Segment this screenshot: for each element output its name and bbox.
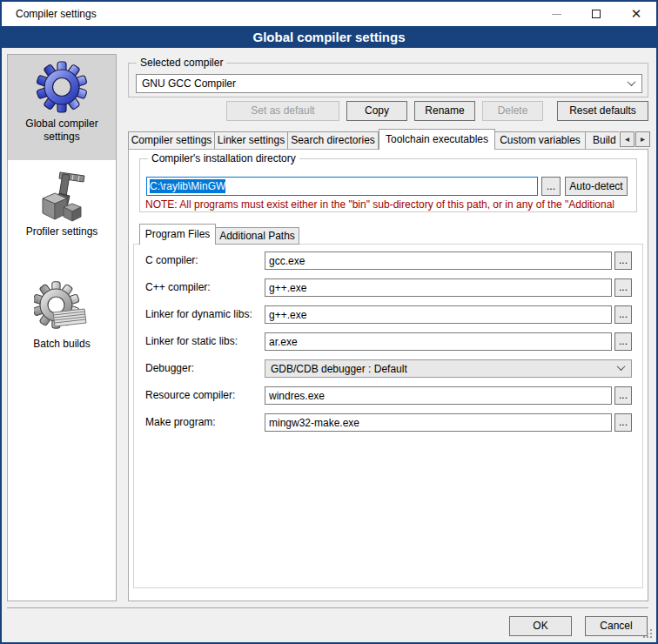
delete-button[interactable]: Delete bbox=[482, 101, 543, 121]
set-as-default-button[interactable]: Set as default bbox=[226, 101, 339, 121]
installation-directory-input[interactable]: C:\raylib\MinGW bbox=[146, 177, 538, 196]
main-tabs: Compiler settings Linker settings Search… bbox=[128, 129, 619, 150]
copy-button[interactable]: Copy bbox=[346, 101, 407, 121]
chevron-down-icon bbox=[617, 362, 626, 371]
resize-grip-icon[interactable] bbox=[643, 629, 645, 631]
program-files-subtabs: Program Files Additional Paths bbox=[139, 224, 299, 245]
tab-scroll-right-button[interactable]: ▸ bbox=[635, 131, 650, 147]
compiler-select-value: GNU GCC Compiler bbox=[142, 75, 236, 92]
installation-directory-label: Compiler's installation directory bbox=[148, 152, 299, 165]
debugger-select-value: GDB/CDB debugger : Default bbox=[271, 360, 407, 378]
cancel-button[interactable]: Cancel bbox=[585, 616, 648, 636]
sidebar-item-batch-builds[interactable]: Batch builds bbox=[8, 276, 116, 408]
rename-button[interactable]: Rename bbox=[414, 101, 475, 121]
sidebar: Global compilersettings Profiler setting… bbox=[7, 54, 117, 601]
tab-linker-settings[interactable]: Linker settings bbox=[215, 131, 288, 150]
blue-gear-icon bbox=[34, 59, 90, 115]
make-program-browse-button[interactable]: ... bbox=[614, 413, 632, 432]
page-title: Global compiler settings bbox=[2, 26, 656, 48]
compiler-select[interactable]: GNU GCC Compiler bbox=[136, 74, 642, 93]
make-program-input[interactable] bbox=[265, 413, 612, 432]
tab-scroll-left-icon: ◂ bbox=[625, 134, 629, 144]
close-button[interactable]: ✕ bbox=[616, 2, 656, 26]
footer-divider bbox=[7, 607, 648, 608]
tab-custom-variables[interactable]: Custom variables bbox=[495, 131, 586, 150]
ok-button[interactable]: OK bbox=[509, 616, 572, 636]
maximize-button[interactable] bbox=[576, 2, 616, 26]
sidebar-item-global-compiler-settings[interactable]: Global compilersettings bbox=[8, 55, 116, 160]
subtab-program-files[interactable]: Program Files bbox=[139, 224, 216, 245]
tab-scroll-left-button[interactable]: ◂ bbox=[620, 131, 634, 147]
selected-compiler-groupbox: Selected compiler GNU GCC Compiler bbox=[128, 63, 648, 97]
reset-defaults-button[interactable]: Reset defaults bbox=[557, 101, 648, 121]
c-compiler-input[interactable] bbox=[265, 252, 612, 270]
tab-scroll-right-icon: ▸ bbox=[641, 134, 645, 144]
make-program-label: Make program: bbox=[145, 416, 216, 429]
linker-dynamic-browse-button[interactable]: ... bbox=[614, 305, 632, 324]
compiler-settings-window: Compiler settings ✕ Global compiler sett… bbox=[0, 0, 658, 644]
tab-build-options[interactable]: Build options bbox=[586, 131, 619, 150]
chevron-down-icon bbox=[628, 77, 636, 86]
cpp-compiler-browse-button[interactable]: ... bbox=[614, 278, 632, 297]
debugger-label: Debugger: bbox=[145, 362, 194, 375]
installation-note: NOTE: All programs must exist either in … bbox=[145, 198, 629, 211]
resource-compiler-label: Resource compiler: bbox=[145, 389, 235, 402]
tab-toolchain-executables[interactable]: Toolchain executables bbox=[379, 129, 495, 150]
auto-detect-button[interactable]: Auto-detect bbox=[565, 177, 628, 196]
linker-static-browse-button[interactable]: ... bbox=[614, 332, 632, 351]
minimize-button[interactable] bbox=[536, 2, 576, 26]
maximize-icon bbox=[592, 10, 601, 18]
sidebar-item-label: Profiler settings bbox=[8, 225, 116, 238]
sidebar-item-label: Global compilersettings bbox=[8, 117, 116, 144]
selected-compiler-group-label: Selected compiler bbox=[137, 57, 226, 70]
cpp-compiler-label: C++ compiler: bbox=[145, 281, 211, 294]
caption-buttons: ✕ bbox=[536, 2, 656, 26]
toolchain-executables-page: Compiler's installation directory C:\ray… bbox=[128, 149, 648, 601]
resource-compiler-browse-button[interactable]: ... bbox=[614, 386, 632, 405]
installation-directory-browse-button[interactable]: ... bbox=[541, 177, 561, 196]
tab-compiler-settings[interactable]: Compiler settings bbox=[128, 131, 215, 150]
window-title: Compiler settings bbox=[16, 2, 97, 26]
c-compiler-browse-button[interactable]: ... bbox=[614, 252, 632, 270]
titlebar: Compiler settings ✕ bbox=[2, 2, 656, 26]
debugger-select[interactable]: GDB/CDB debugger : Default bbox=[265, 359, 632, 378]
linker-static-input[interactable] bbox=[265, 332, 612, 351]
sidebar-item-label: Batch builds bbox=[8, 338, 116, 351]
subtab-additional-paths[interactable]: Additional Paths bbox=[216, 227, 299, 245]
resource-compiler-input[interactable] bbox=[265, 386, 612, 405]
sidebar-item-profiler-settings[interactable]: Profiler settings bbox=[8, 165, 116, 256]
linker-dynamic-label: Linker for dynamic libs: bbox=[145, 308, 252, 321]
cpp-compiler-input[interactable] bbox=[265, 278, 612, 297]
minimize-icon bbox=[552, 14, 561, 15]
linker-static-label: Linker for static libs: bbox=[145, 335, 238, 348]
c-compiler-label: C compiler: bbox=[145, 254, 198, 267]
caliper-icon bbox=[34, 167, 90, 223]
installation-directory-value: C:\raylib\MinGW bbox=[150, 179, 225, 193]
tab-search-directories[interactable]: Search directories bbox=[288, 131, 379, 150]
close-icon: ✕ bbox=[631, 8, 642, 21]
gray-gear-stack-icon bbox=[34, 279, 90, 335]
linker-dynamic-input[interactable] bbox=[265, 305, 612, 324]
